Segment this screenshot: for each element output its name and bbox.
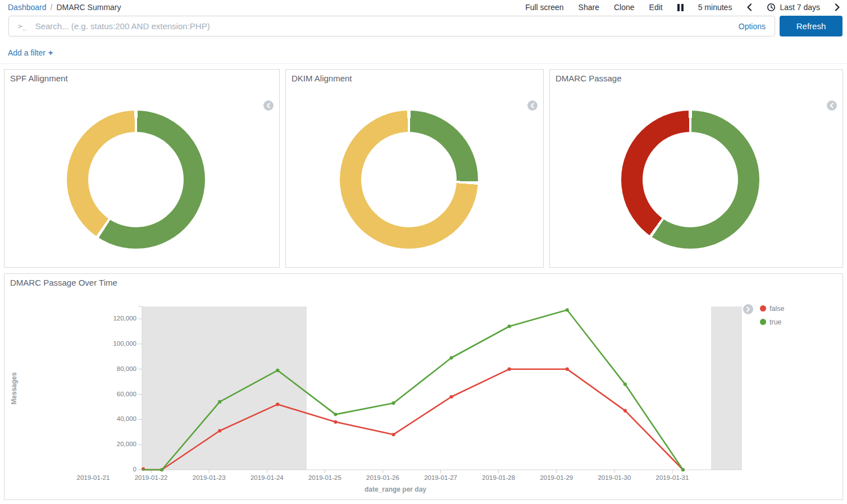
chevron-right-icon [835,3,840,11]
legend-dot-false [760,305,766,311]
panel-title: DMARC Passage Over Time [10,278,117,287]
x-axis-tick-label: 2019-01-30 [585,474,644,481]
y-axis-tick-label: 120,000 [87,315,136,322]
breadcrumb-dashboard-link[interactable]: Dashboard [8,3,47,12]
legend-item-false[interactable]: false [760,304,784,313]
panel-spf-alignment: SPF Allignment [4,69,280,268]
section-divider [0,63,847,64]
legend-toggle-icon[interactable] [743,304,753,314]
panel-dmarc-passage: DMARC Passage [549,69,843,268]
add-filter-link[interactable]: Add a filter+ [8,48,53,57]
legend-label: false [769,305,784,313]
add-filter-label: Add a filter [8,48,45,57]
legend-items: falsetrue [760,304,784,326]
panel-title: DKIM Alignment [292,74,352,83]
data-point-false[interactable] [508,368,511,371]
page-title: DMARC Summary [56,3,121,12]
data-point-true[interactable] [508,324,511,328]
x-axis-tick-label: 2019-01-26 [354,474,412,481]
x-axis-tick-label: 2019-01-22 [122,474,180,481]
spf-donut-chart[interactable] [67,111,205,249]
chevron-right-icon [746,306,750,312]
line-chart-area: 020,00040,00060,00080,000100,000120,0002… [142,306,742,470]
x-axis-tick-label: 2019-01-28 [470,474,528,481]
data-point-false[interactable] [334,420,337,424]
legend-toggle-icon[interactable] [827,100,837,111]
data-point-true[interactable] [160,468,163,471]
panel-dmarc-passage-over-time: DMARC Passage Over Time 020,00040,00060,… [4,273,843,500]
clone-button[interactable]: Clone [614,3,635,12]
search-box: >_ Options [8,16,775,36]
data-point-false[interactable] [391,433,395,436]
chevron-left-icon [266,103,271,108]
y-axis-tick-label: 100,000 [87,340,136,347]
data-point-true[interactable] [681,468,685,471]
x-axis-tick-label: 2019-01-27 [412,474,470,481]
full-screen-button[interactable]: Full screen [525,3,563,12]
x-axis-title: date_range per day [142,485,649,493]
x-axis-tick-label: 2019-01-25 [295,474,354,481]
chevron-left-icon [530,103,535,108]
breadcrumb-separator: / [51,3,53,12]
edit-button[interactable]: Edit [649,3,663,12]
filter-bar: Add a filter+ [8,48,53,57]
time-range-label: Last 7 days [780,3,820,12]
data-point-true[interactable] [276,369,279,372]
line-chart-legend: falsetrue [743,304,784,326]
data-point-false[interactable] [218,429,221,432]
legend-dot-true [760,319,766,325]
top-bar: Dashboard / DMARC Summary Full screen Sh… [0,0,847,15]
refresh-interval-button[interactable]: 5 minutes [698,3,732,12]
data-point-true[interactable] [391,401,395,405]
endzone-right [711,306,742,470]
y-axis-tick-label: 60,000 [87,391,136,397]
time-picker-button[interactable]: Last 7 days [767,3,820,12]
x-axis-tick-label: 2019-01-29 [527,474,586,481]
options-link[interactable]: Options [739,22,766,31]
data-point-true[interactable] [566,308,569,311]
line-chart-svg [142,306,742,470]
data-point-false[interactable] [623,409,627,413]
time-forward-button[interactable] [835,3,840,11]
x-axis-tick-label: 2019-01-24 [238,474,296,481]
panel-dkim-alignment: DKIM Alignment [285,69,544,268]
data-point-true[interactable] [450,356,453,359]
breadcrumb: Dashboard / DMARC Summary [8,3,121,12]
panel-title: SPF Allignment [10,74,68,83]
pause-icon[interactable] [677,4,684,11]
y-axis-tick-label: 40,000 [87,415,136,422]
y-axis-tick-label: 80,000 [87,365,136,372]
plus-icon: + [48,48,53,57]
legend-item-true[interactable]: true [760,318,784,326]
x-axis-tick-label: 2019-01-21 [64,474,122,481]
data-point-true[interactable] [334,413,337,416]
legend-toggle-icon[interactable] [263,100,274,111]
chevron-left-icon [830,103,834,108]
y-axis-tick-label: 20,000 [87,441,136,447]
query-bar: >_ Options Refresh [8,16,843,36]
dmarc-donut-chart[interactable] [621,111,759,249]
y-axis-tick-label: 0 [87,466,136,473]
dkim-donut-chart[interactable] [340,111,478,249]
data-point-true[interactable] [623,382,627,386]
x-axis-tick-label: 2019-01-23 [180,474,238,481]
kibana-dashboard: Dashboard / DMARC Summary Full screen Sh… [0,0,847,504]
data-point-true[interactable] [218,400,221,404]
legend-toggle-icon[interactable] [527,100,538,111]
console-prompt-icon: >_ [18,22,27,30]
x-axis-tick-label: 2019-01-31 [643,474,702,481]
chevron-left-icon [746,3,752,11]
endzone-left [142,306,307,470]
y-axis-title: Messages [0,306,31,470]
search-input[interactable] [34,21,732,31]
clock-icon [767,3,776,12]
time-back-button[interactable] [746,3,752,11]
legend-label: true [769,318,782,326]
refresh-button[interactable]: Refresh [780,16,843,36]
panel-title: DMARC Passage [555,74,622,83]
data-point-false[interactable] [566,368,569,371]
data-point-false[interactable] [450,395,453,398]
share-button[interactable]: Share [579,3,599,12]
top-menu: Full screen Share Clone Edit 5 minutes L… [525,3,840,12]
data-point-false[interactable] [276,402,279,406]
